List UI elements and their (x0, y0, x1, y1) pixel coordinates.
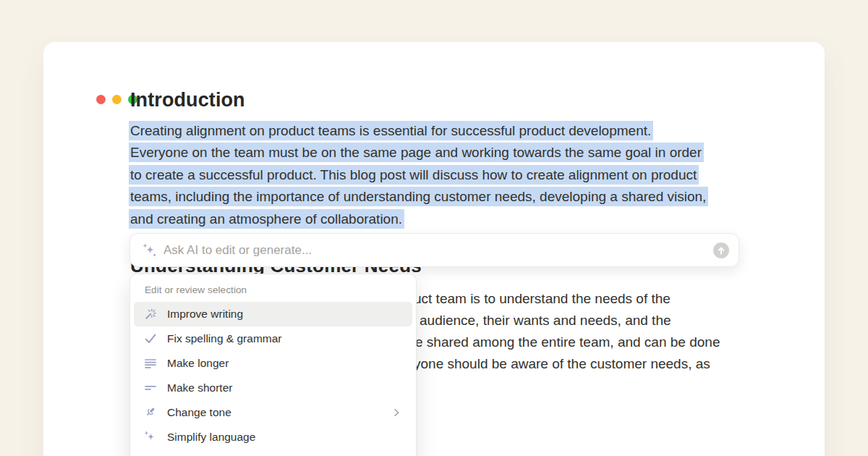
menu-item-make-shorter[interactable]: Make shorter (134, 376, 412, 400)
menu-item-label: Change tone (167, 406, 231, 419)
menu-item-improve-writing[interactable]: Improve writing (134, 302, 412, 326)
occluded-text-line[interactable]: audience, their wants and needs, and the (420, 313, 671, 329)
menu-item-label: Make longer (167, 357, 229, 370)
send-button[interactable] (713, 242, 729, 258)
selected-paragraph[interactable]: Creating alignment on product teams is e… (129, 120, 708, 230)
menu-item-label: Make shorter (167, 381, 232, 394)
ai-actions-menu: Edit or review selection Improve writing… (129, 274, 417, 456)
ai-prompt-input[interactable] (163, 234, 713, 266)
menu-item-change-tone[interactable]: Change tone (134, 400, 412, 425)
check-icon (144, 332, 157, 345)
microphone-icon (144, 406, 157, 419)
ai-sparkle-icon (142, 243, 157, 258)
occluded-text-line[interactable]: yone should be aware of the customer nee… (414, 356, 710, 372)
lines-long-icon (144, 357, 157, 370)
menu-section-label: Edit or review selection (145, 284, 416, 295)
paragraph-line: to create a successful product. This blo… (129, 164, 708, 186)
lines-short-icon (144, 381, 157, 394)
sparkle-plus-icon (144, 431, 157, 444)
chevron-right-icon (391, 407, 402, 418)
menu-item-simplify-language[interactable]: Simplify language (134, 425, 412, 449)
menu-item-label: Simplify language (167, 431, 255, 444)
close-window-button[interactable] (96, 95, 106, 104)
paragraph-line: Creating alignment on product teams is e… (129, 120, 708, 142)
occluded-text-line[interactable]: uct team is to understand the needs of t… (414, 291, 671, 307)
paragraph-line: and creating an atmosphere of collaborat… (129, 208, 708, 230)
menu-item-make-longer[interactable]: Make longer (134, 351, 412, 376)
paragraph-line: teams, including the importance of under… (129, 186, 708, 208)
minimize-window-button[interactable] (112, 95, 122, 104)
page-title[interactable]: Introduction (130, 89, 245, 111)
magic-wand-icon (144, 308, 157, 321)
paragraph-line: Everyone on the team must be on the same… (129, 142, 708, 164)
menu-item-fix-spelling-grammar[interactable]: Fix spelling & grammar (134, 326, 412, 351)
occluded-text-line[interactable]: e shared among the entire team, and can … (415, 334, 720, 350)
menu-item-label: Fix spelling & grammar (167, 332, 282, 345)
menu-item-label: Improve writing (167, 308, 243, 321)
ai-prompt-bar (129, 233, 739, 267)
send-up-arrow-icon (713, 242, 729, 258)
